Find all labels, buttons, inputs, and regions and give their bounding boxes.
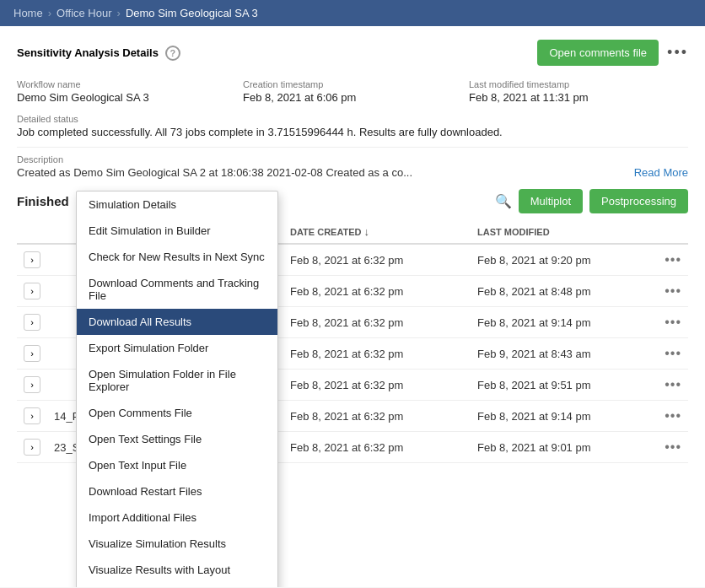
breadcrumb-current: Demo Sim Geological SA 3: [126, 7, 258, 19]
row-last-modified: Feb 8, 2021 at 9:20 pm: [471, 244, 658, 276]
postprocessing-button[interactable]: Postprocessing: [589, 189, 688, 213]
menu-item-check-new-results[interactable]: Check for New Results in Next Sync: [77, 244, 277, 270]
open-comments-button[interactable]: Open comments file: [537, 40, 659, 66]
expand-btn[interactable]: ›: [24, 251, 40, 268]
menu-item-open-folder-explorer[interactable]: Open Simulation Folder in File Explorer: [77, 361, 277, 400]
row-dots-menu[interactable]: •••: [665, 408, 681, 423]
page-title: Sensitivity Analysis Details ?: [17, 46, 180, 61]
menu-item-simulation-details[interactable]: Simulation Details: [77, 192, 277, 218]
read-more-link[interactable]: Read More: [634, 154, 688, 179]
row-dots-menu[interactable]: •••: [665, 252, 681, 267]
expand-btn[interactable]: ›: [24, 376, 40, 393]
expand-btn[interactable]: ›: [24, 407, 40, 424]
col-actions: [658, 220, 688, 244]
expand-btn[interactable]: ›: [24, 439, 40, 456]
finished-label: Finished: [17, 194, 69, 208]
row-date-created: Feb 8, 2021 at 6:32 pm: [283, 401, 471, 432]
row-date-created: Feb 8, 2021 at 6:32 pm: [283, 370, 471, 401]
expand-btn[interactable]: ›: [24, 283, 40, 299]
row-dots-menu[interactable]: •••: [665, 346, 681, 361]
breadcrumb-home[interactable]: Home: [13, 7, 43, 19]
menu-item-download-all[interactable]: Download All Results: [77, 309, 277, 335]
row-last-modified: Feb 8, 2021 at 8:48 pm: [471, 276, 658, 307]
page-dots-menu[interactable]: •••: [667, 44, 688, 62]
description-row: Description Created as Demo Sim Geologic…: [17, 147, 688, 179]
row-last-modified: Feb 8, 2021 at 9:51 pm: [471, 370, 658, 401]
menu-item-export-folder[interactable]: Export Simulation Folder: [77, 335, 277, 361]
header-actions: Open comments file •••: [537, 40, 688, 66]
help-icon[interactable]: ?: [165, 46, 180, 61]
row-dots-menu[interactable]: •••: [665, 283, 681, 299]
breadcrumb: Home › Office Hour › Demo Sim Geological…: [0, 0, 705, 26]
menu-item-open-text-input[interactable]: Open Text Input File: [77, 452, 277, 478]
row-date-created: Feb 8, 2021 at 6:32 pm: [283, 307, 471, 338]
multiplot-button[interactable]: Multiplot: [519, 189, 583, 213]
row-date-created: Feb 8, 2021 at 6:32 pm: [283, 432, 471, 463]
menu-item-download-restart[interactable]: Download Restart Files: [77, 478, 277, 504]
breadcrumb-office-hour[interactable]: Office Hour: [57, 7, 112, 19]
detailed-status: Detailed status Job completed successful…: [17, 114, 688, 138]
main-content: Sensitivity Analysis Details ? Open comm…: [0, 26, 705, 587]
creation-timestamp-field: Creation timestamp Feb 8, 2021 at 6:06 p…: [243, 79, 462, 104]
row-dots-menu[interactable]: •••: [665, 377, 681, 392]
menu-item-visualize-layout[interactable]: Visualize Results with Layout: [77, 557, 277, 583]
row-dots-menu[interactable]: •••: [665, 440, 681, 455]
menu-item-edit-simulation[interactable]: Edit Simulation in Builder: [77, 218, 277, 244]
row-dots-menu[interactable]: •••: [665, 315, 681, 330]
expand-btn[interactable]: ›: [24, 345, 40, 362]
row-last-modified: Feb 9, 2021 at 8:43 am: [471, 338, 658, 370]
context-menu: Simulation Details Edit Simulation in Bu…: [76, 191, 278, 587]
workflow-name-field: Workflow name Demo Sim Geological SA 3: [17, 79, 236, 104]
toolbar-right: 🔍 Multiplot Postprocessing: [495, 189, 688, 213]
row-date-created: Feb 8, 2021 at 6:32 pm: [283, 338, 471, 370]
expand-btn[interactable]: ›: [24, 314, 40, 331]
metadata-grid: Workflow name Demo Sim Geological SA 3 C…: [17, 79, 688, 104]
row-date-created: Feb 8, 2021 at 6:32 pm: [283, 276, 471, 307]
row-date-created: Feb 8, 2021 at 6:32 pm: [283, 244, 471, 276]
row-last-modified: Feb 8, 2021 at 9:01 pm: [471, 432, 658, 463]
menu-item-create-sensitivity[interactable]: Create Sensitivity Analysis: [77, 583, 277, 587]
menu-item-open-comments[interactable]: Open Comments File: [77, 400, 277, 426]
sort-arrow-icon: ↓: [364, 225, 370, 238]
col-date-created[interactable]: DATE CREATED ↓: [283, 220, 471, 244]
col-last-modified: LAST MODIFIED: [471, 220, 658, 244]
modified-timestamp-field: Last modified timestamp Feb 8, 2021 at 1…: [469, 79, 688, 104]
row-last-modified: Feb 8, 2021 at 9:14 pm: [471, 307, 658, 338]
menu-item-open-text-settings[interactable]: Open Text Settings File: [77, 426, 277, 452]
header-row: Sensitivity Analysis Details ? Open comm…: [17, 40, 688, 66]
menu-item-import-additional[interactable]: Import Additional Files: [77, 504, 277, 531]
search-button[interactable]: 🔍: [495, 193, 512, 209]
row-last-modified: Feb 8, 2021 at 9:14 pm: [471, 401, 658, 432]
menu-item-download-comments[interactable]: Download Comments and Tracking File: [77, 270, 277, 309]
menu-item-visualize-results[interactable]: Visualize Simulation Results: [77, 531, 277, 557]
description-content: Description Created as Demo Sim Geologic…: [17, 154, 412, 179]
col-expand: [17, 220, 47, 244]
